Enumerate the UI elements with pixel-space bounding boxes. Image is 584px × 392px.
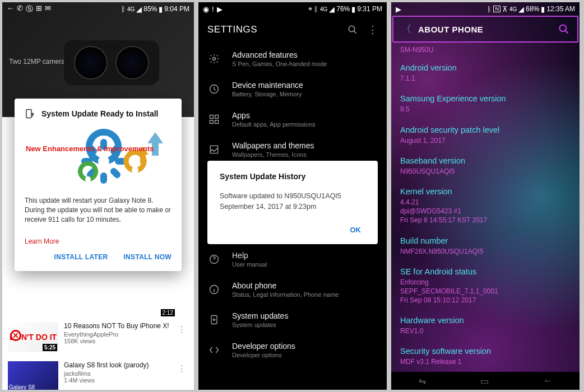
settings-item-sub: S Pen, Games, One-handed mode bbox=[232, 60, 378, 67]
about-item-value: 4.4.21dpi@SWDG5423 #1Fri Sep 8 14:55:17 … bbox=[400, 198, 571, 225]
camera-label: Two 12MP cameras bbox=[9, 58, 68, 66]
update-icon bbox=[25, 109, 35, 119]
about-item[interactable]: Hardware versionREV1.0 bbox=[400, 310, 571, 341]
camera-module-graphic bbox=[64, 40, 159, 85]
battery-icon: ▮ bbox=[541, 5, 545, 13]
skype-icon: Ⓢ bbox=[26, 4, 33, 14]
about-item[interactable]: Build numberNMF26X.N950USQU1AQI5 bbox=[400, 231, 571, 262]
bluetooth-icon: ᛒ bbox=[314, 5, 318, 13]
about-item[interactable]: Kernel version4.4.21dpi@SWDG5423 #1Fri S… bbox=[400, 181, 571, 231]
settings-item[interactable]: Developer optionsDeveloper options bbox=[203, 335, 382, 365]
video-item[interactable]: ✕ DON'T DO IT 5:25 10 Reasons NOT To Buy… bbox=[2, 318, 194, 357]
developer-icon bbox=[207, 344, 221, 356]
app-icon: ⊞ bbox=[36, 4, 42, 14]
settings-item-label: Advanced features bbox=[232, 50, 378, 59]
about-item-label: Samsung Experience version bbox=[400, 94, 571, 103]
video-duration: 5:25 bbox=[43, 344, 57, 351]
video-channel: jacksfilms bbox=[64, 370, 169, 377]
settings-item-sub: Developer options bbox=[232, 352, 378, 358]
about-item[interactable]: Android security patch levelAugust 1, 20… bbox=[400, 120, 571, 151]
truncated-value: SM-N950U bbox=[400, 45, 571, 54]
about-item[interactable]: Security software versionMDF v3.1 Releas… bbox=[400, 341, 571, 372]
settings-item[interactable]: Advanced featuresS Pen, Games, One-hande… bbox=[203, 44, 382, 74]
settings-item-sub: Battery, Storage, Memory bbox=[232, 91, 378, 97]
about-item[interactable]: Baseband versionN950USQU1AQI5 bbox=[400, 151, 571, 181]
info-icon bbox=[207, 284, 221, 295]
about-title: ABOUT PHONE bbox=[418, 25, 558, 34]
search-icon[interactable] bbox=[347, 25, 358, 35]
bluetooth-icon: ᛒ bbox=[487, 5, 492, 13]
install-now-button[interactable]: INSTALL NOW bbox=[123, 253, 172, 261]
signal-icon: ◢ bbox=[136, 5, 142, 13]
settings-item[interactable]: HelpUser manual bbox=[203, 244, 382, 274]
svg-point-7 bbox=[213, 58, 216, 60]
home-icon[interactable]: ▭ bbox=[480, 376, 489, 386]
navigation-bar: ⇋ ▭ ← bbox=[391, 372, 580, 390]
about-item-value: EnforcingSEPF_SECMOBILE_7.1.1_0001Fri Se… bbox=[400, 278, 571, 305]
video-title: Galaxy S8 first look (parody) bbox=[64, 361, 169, 369]
phone-icon: ✆ bbox=[17, 4, 23, 14]
svg-rect-9 bbox=[210, 115, 214, 119]
more-icon[interactable]: ⋮ bbox=[175, 361, 188, 376]
recents-icon[interactable]: ⇋ bbox=[419, 376, 426, 386]
dialog-title: System Update Ready to Install bbox=[41, 109, 159, 118]
status-time: 9:31 PM bbox=[357, 5, 382, 13]
dialog-title: System Update History bbox=[220, 172, 365, 181]
about-item-label: Security software version bbox=[400, 347, 571, 356]
svg-point-19 bbox=[560, 25, 567, 32]
svg-point-1 bbox=[98, 156, 109, 167]
video-channel: EverythingApplePro bbox=[64, 331, 169, 338]
settings-item-sub: User manual bbox=[232, 261, 378, 268]
status-bar: ▶ ᛒ N ⊼ 4G ◢ 68% ▮ 12:35 AM bbox=[391, 2, 580, 16]
network-icon: 4G bbox=[127, 6, 135, 12]
apps-icon bbox=[207, 114, 221, 125]
about-header: 〈 ABOUT PHONE bbox=[392, 16, 578, 43]
about-item-label: Kernel version bbox=[400, 187, 571, 196]
svg-rect-12 bbox=[215, 120, 219, 124]
about-item[interactable]: Samsung Experience version8.5 bbox=[400, 88, 571, 119]
settings-item[interactable]: Wallpapers and themesWallpapers, Themes,… bbox=[203, 134, 382, 165]
search-icon[interactable] bbox=[558, 24, 569, 35]
update-icon bbox=[207, 314, 221, 325]
play-icon: ▶ bbox=[217, 5, 223, 13]
about-item-value: 7.1.1 bbox=[400, 74, 571, 83]
about-item[interactable]: Android version7.1.1 bbox=[400, 58, 571, 88]
about-item-label: Baseband version bbox=[400, 156, 571, 165]
settings-item[interactable]: Device maintenanceBattery, Storage, Memo… bbox=[203, 74, 382, 104]
settings-item-label: Developer options bbox=[232, 342, 378, 351]
signal-icon: ◢ bbox=[329, 5, 335, 13]
back-icon[interactable]: 〈 bbox=[401, 22, 411, 36]
settings-item[interactable]: System updatesSystem updates bbox=[203, 305, 382, 335]
video-item[interactable]: Galaxy S8 Galaxy S8 first look (parody) … bbox=[2, 357, 194, 390]
settings-item-sub: Default apps, App permissions bbox=[232, 121, 378, 128]
learn-more-link[interactable]: Learn More bbox=[25, 237, 172, 245]
back-icon: ← bbox=[7, 4, 14, 14]
svg-point-3 bbox=[85, 176, 91, 182]
more-icon[interactable]: ⋮ bbox=[368, 24, 378, 36]
back-icon[interactable]: ← bbox=[543, 376, 552, 386]
advanced-icon bbox=[207, 53, 221, 64]
settings-item[interactable]: About phoneStatus, Legal information, Ph… bbox=[203, 274, 382, 305]
dialog-illustration: New Enhancements & Improvements bbox=[25, 128, 172, 189]
settings-item-sub: System updates bbox=[232, 321, 378, 328]
settings-title: SETTINGS bbox=[207, 24, 347, 35]
location-icon: ⌖ bbox=[308, 4, 312, 13]
about-item-value: MDF v3.1 Release 1 bbox=[400, 357, 571, 366]
dialog-line: Software updated to N950USQU1AQI5 bbox=[220, 191, 365, 202]
settings-item-label: System updates bbox=[232, 311, 378, 320]
about-item[interactable]: SE for Android statusEnforcingSEPF_SECMO… bbox=[400, 262, 571, 311]
dialog-line: September 14, 2017 at 9:23pm bbox=[220, 202, 365, 212]
battery-icon: ▮ bbox=[351, 5, 355, 13]
settings-item-label: Help bbox=[232, 251, 378, 260]
signal-icon: ◢ bbox=[518, 5, 524, 13]
settings-item[interactable]: AppsDefault apps, App permissions bbox=[203, 104, 382, 134]
system-update-dialog: System Update Ready to Install New Enhan… bbox=[15, 99, 182, 271]
install-later-button[interactable]: INSTALL LATER bbox=[54, 253, 108, 261]
status-time: 12:35 AM bbox=[546, 5, 575, 13]
svg-rect-5 bbox=[140, 155, 146, 164]
ok-button[interactable]: OK bbox=[346, 222, 366, 237]
about-item-label: Android security patch level bbox=[400, 125, 571, 134]
wallpaper-icon bbox=[207, 144, 221, 155]
settings-item-label: Device maintenance bbox=[232, 81, 378, 90]
more-icon[interactable]: ⋮ bbox=[175, 322, 188, 337]
